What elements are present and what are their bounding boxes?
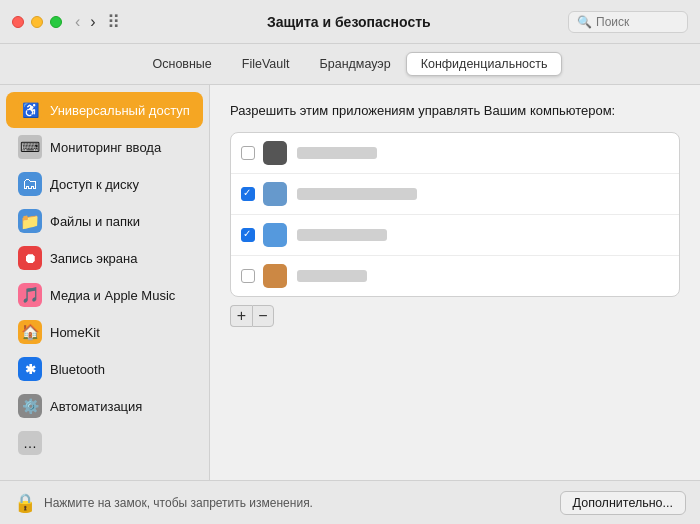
traffic-lights [12,16,62,28]
bottom-bar: 🔒 Нажмите на замок, чтобы запретить изме… [0,480,700,524]
tab-osnov[interactable]: Основные [138,52,227,76]
app-checkbox-4[interactable] [241,269,255,283]
app-checkbox-3[interactable] [241,228,255,242]
tab-firewall[interactable]: Брандмауэр [305,52,406,76]
table-row [231,256,679,296]
app-name-4 [297,270,367,282]
sidebar-item-accessibility[interactable]: ♿ Универсальный доступ [6,92,203,128]
automation-icon: ⚙️ [18,394,42,418]
forward-button[interactable]: › [87,13,98,31]
sidebar-item-screen-record[interactable]: ⏺ Запись экрана [6,240,203,276]
remove-app-button[interactable]: − [252,305,274,327]
sidebar-item-disk[interactable]: 🗂 Доступ к диску [6,166,203,202]
search-icon: 🔍 [577,15,592,29]
sidebar-item-label-accessibility: Универсальный доступ [50,103,190,118]
app-name-2 [297,188,417,200]
app-checkbox-1[interactable] [241,146,255,160]
tabs-bar: Основные FileVault Брандмауэр Конфиденци… [0,44,700,85]
table-row [231,174,679,215]
app-name-3 [297,229,387,241]
disk-icon: 🗂 [18,172,42,196]
sidebar-item-music[interactable]: 🎵 Медиа и Apple Music [6,277,203,313]
main-content: ♿ Универсальный доступ ⌨ Мониторинг ввод… [0,85,700,480]
close-button[interactable] [12,16,24,28]
more-icon: … [18,431,42,455]
search-input[interactable] [596,15,676,29]
sidebar-item-automation[interactable]: ⚙️ Автоматизация [6,388,203,424]
grid-icon: ⠿ [107,11,120,33]
add-app-button[interactable]: + [230,305,252,327]
sidebar-item-label-automation: Автоматизация [50,399,142,414]
minimize-button[interactable] [31,16,43,28]
sidebar-item-homekit[interactable]: 🏠 HomeKit [6,314,203,350]
sidebar: ♿ Универсальный доступ ⌨ Мониторинг ввод… [0,85,210,480]
window-title: Защита и безопасность [130,14,568,30]
sidebar-item-label-screen: Запись экрана [50,251,137,266]
music-icon: 🎵 [18,283,42,307]
app-icon-1 [263,141,287,165]
accessibility-icon: ♿ [18,98,42,122]
sidebar-item-label-input: Мониторинг ввода [50,140,161,155]
app-name-1 [297,147,377,159]
sidebar-item-more[interactable]: … [6,425,203,461]
tab-privacy[interactable]: Конфиденциальность [406,52,563,76]
sidebar-item-input-monitor[interactable]: ⌨ Мониторинг ввода [6,129,203,165]
sidebar-item-label-files: Файлы и папки [50,214,140,229]
nav-arrows: ‹ › [72,13,99,31]
homekit-icon: 🏠 [18,320,42,344]
sidebar-item-files[interactable]: 📁 Файлы и папки [6,203,203,239]
apps-list [230,132,680,297]
screen-record-icon: ⏺ [18,246,42,270]
bluetooth-icon: ✱ [18,357,42,381]
add-remove-bar: + − [230,305,680,327]
sidebar-item-bluetooth[interactable]: ✱ Bluetooth [6,351,203,387]
search-box[interactable]: 🔍 [568,11,688,33]
sidebar-item-label-music: Медиа и Apple Music [50,288,175,303]
lock-icon: 🔒 [14,492,36,514]
panel-title: Разрешить этим приложениям управлять Ваш… [230,103,680,118]
sidebar-item-label-disk: Доступ к диску [50,177,139,192]
files-icon: 📁 [18,209,42,233]
titlebar: ‹ › ⠿ Защита и безопасность 🔍 [0,0,700,44]
back-button[interactable]: ‹ [72,13,83,31]
app-icon-3 [263,223,287,247]
table-row [231,215,679,256]
more-options-button[interactable]: Дополнительно... [560,491,686,515]
app-icon-2 [263,182,287,206]
bottom-text: Нажмите на замок, чтобы запретить измене… [44,496,560,510]
app-icon-4 [263,264,287,288]
input-monitor-icon: ⌨ [18,135,42,159]
table-row [231,133,679,174]
right-panel: Разрешить этим приложениям управлять Ваш… [210,85,700,480]
maximize-button[interactable] [50,16,62,28]
tab-filevault[interactable]: FileVault [227,52,305,76]
app-checkbox-2[interactable] [241,187,255,201]
sidebar-item-label-bluetooth: Bluetooth [50,362,105,377]
sidebar-item-label-homekit: HomeKit [50,325,100,340]
